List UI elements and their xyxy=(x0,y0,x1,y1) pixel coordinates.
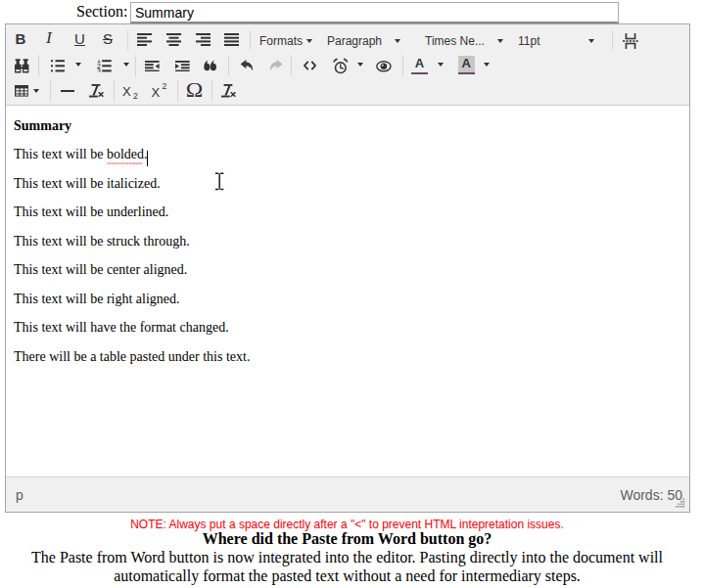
svg-text:3: 3 xyxy=(97,67,101,71)
